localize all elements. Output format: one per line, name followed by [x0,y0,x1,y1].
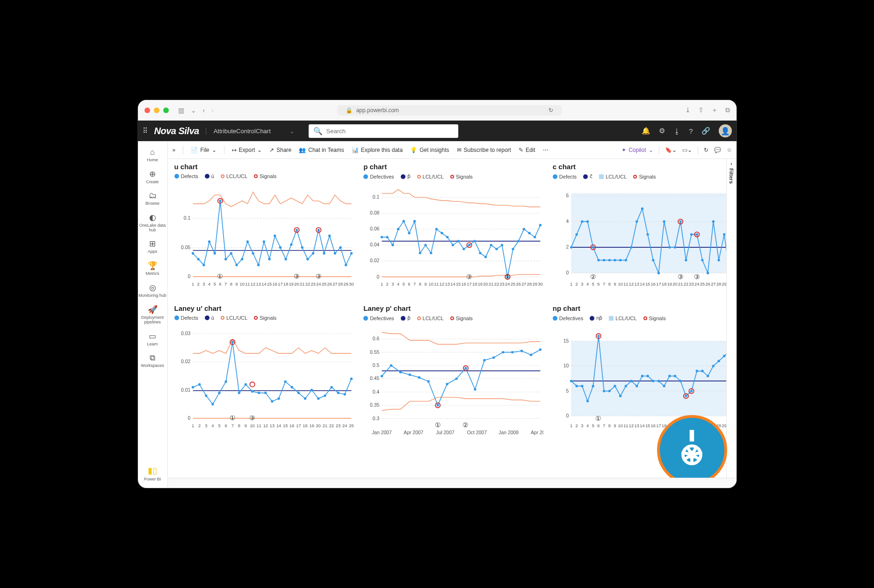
chat-teams-button[interactable]: 👥 Chat in Teams [299,147,344,153]
nav-deployment-pipelines[interactable]: 🚀Deployment pipelines [138,302,167,328]
reload-icon[interactable]: ↻ [549,107,553,114]
svg-text:10: 10 [250,423,254,428]
chart-svg: 00.050.112345678910111213141516171819202… [174,181,354,301]
svg-point-236 [198,383,200,386]
nav-monitoring-hub[interactable]: ◎Monitoring hub [138,280,167,301]
search-box[interactable]: 🔍 [309,124,458,138]
svg-text:16: 16 [650,423,655,428]
svg-text:16: 16 [289,423,294,428]
svg-text:0.4: 0.4 [373,389,380,394]
svg-text:15: 15 [563,338,569,344]
back-icon[interactable]: ‹ [203,107,205,114]
chart-p[interactable]: p chartDefectivesp̄LCL/UCLSignals00.020.… [363,163,543,301]
nav-workspaces[interactable]: ⧉Workspaces [138,351,167,371]
copilot-button[interactable]: ✦ Copilot ⌄ [621,147,653,153]
newtab-icon[interactable]: ＋ [711,106,718,115]
explore-data-button[interactable]: 📊 Explore this data [352,147,403,153]
app-launcher-icon[interactable]: ⠿ [143,127,148,135]
svg-text:25: 25 [349,423,354,428]
address-bar[interactable]: 🔒 app.powerbi.com ↻ [337,105,562,115]
link-icon[interactable]: 🔗 [701,127,710,135]
chart-lp[interactable]: Laney p' chartDefectivesp̄LCL/UCLSignals… [363,304,543,443]
svg-point-15 [235,264,238,266]
svg-point-246 [264,392,267,394]
report-canvas: u chartDefectsūLCL/UCLSignals00.050.1123… [168,159,737,478]
svg-text:24: 24 [316,282,321,287]
close-window-icon[interactable] [144,108,150,113]
settings-icon[interactable]: ⚙ [659,127,665,135]
forward-icon[interactable]: › [211,107,214,114]
svg-text:3: 3 [205,423,207,428]
zoom-window-icon[interactable] [163,108,169,113]
nav-browse[interactable]: 🗂Browse [138,188,167,209]
chart-u[interactable]: u chartDefectsūLCL/UCLSignals00.050.1123… [174,163,354,301]
svg-point-357 [652,380,654,382]
comment-icon[interactable]: 💬 [714,147,721,153]
bookmark-icon[interactable]: 🔖⌄ [665,147,677,153]
svg-point-318 [511,351,513,353]
expand-pane-icon[interactable]: » [173,147,176,153]
svg-point-306 [399,371,402,373]
search-input[interactable] [326,128,454,135]
svg-text:Apr 2007: Apr 2007 [404,430,423,435]
svg-point-173 [641,208,643,210]
svg-point-255 [324,394,326,397]
svg-point-11 [213,252,216,254]
svg-text:0.03: 0.03 [181,331,190,336]
svg-text:12: 12 [250,282,255,287]
share-chrome-icon[interactable]: ⇧ [698,106,704,115]
chart-title: c chart [553,163,733,171]
tabs-icon[interactable]: ⧉ [725,106,730,115]
svg-text:Jan 2007: Jan 2007 [372,430,392,435]
svg-point-23 [279,246,281,249]
filters-pane-collapsed[interactable]: ‹ Filters [726,159,737,478]
favorite-icon[interactable]: ☆ [727,147,732,153]
nav-create[interactable]: ⊕Create [138,166,167,187]
svg-point-30 [317,229,319,231]
chart-legend: Defectsc̄LCL/UCLSignals [553,173,733,179]
nav-learn[interactable]: ▭Learn [138,329,167,350]
svg-text:①: ① [217,273,223,280]
url-text: app.powerbi.com [356,107,399,114]
export-menu[interactable]: ↦ Export ⌄ [232,147,262,153]
svg-text:19: 19 [309,423,314,428]
svg-text:20: 20 [316,423,320,428]
download-icon[interactable]: ⤓ [685,106,691,115]
avatar[interactable]: 👤 [719,124,732,137]
nav-apps[interactable]: ⊞Apps [138,236,167,257]
help-icon[interactable]: ? [689,127,693,135]
svg-point-168 [614,259,616,261]
svg-point-321 [539,348,542,351]
chart-lu[interactable]: Laney u' chartDefectsūLCL/UCLSignals00.0… [174,304,354,443]
svg-text:5: 5 [566,388,569,394]
svg-point-175 [652,259,654,261]
download-app-icon[interactable]: ⭳ [673,127,680,135]
svg-text:19: 19 [478,282,483,287]
svg-point-188 [723,233,725,236]
subscribe-button[interactable]: ✉ Subscribe to report [457,147,511,153]
notifications-icon[interactable]: 🔔 [642,127,650,135]
svg-text:16: 16 [272,282,277,287]
more-icon[interactable]: ⋯ [543,147,549,153]
chevron-down-icon[interactable]: ⌄ [191,107,196,114]
get-insights-button[interactable]: 💡 Get insights [410,147,449,153]
chart-svg: 0.30.350.40.450.50.550.6Jan 2007Apr 2007… [363,323,543,443]
share-button[interactable]: ↗ Share [269,147,291,153]
svg-point-88 [391,244,394,246]
refresh-icon[interactable]: ↻ [704,147,708,153]
svg-point-309 [427,380,430,382]
nav-metrics[interactable]: 🏆Metrics [138,258,167,279]
brand-logo: Nova Silva [154,126,199,136]
view-icon[interactable]: ▭⌄ [682,147,692,153]
file-menu[interactable]: 📄 File ⌄ [191,147,216,153]
sidebar-toggle-icon[interactable]: ▥ [178,107,184,114]
svg-text:10: 10 [429,282,433,287]
edit-button[interactable]: ✎ Edit [519,147,535,153]
nav-home[interactable]: ⌂Home [138,145,167,165]
nav-onelake-data-hub[interactable]: ◐OneLake data hub [138,210,167,236]
svg-text:17: 17 [656,282,661,287]
breadcrumb[interactable]: AttributeControlChart⌄ [206,128,302,135]
chart-c[interactable]: c chartDefectsc̄LCL/UCLSignals0246123456… [553,163,733,301]
minimize-window-icon[interactable] [154,108,159,113]
svg-text:1: 1 [191,423,194,428]
